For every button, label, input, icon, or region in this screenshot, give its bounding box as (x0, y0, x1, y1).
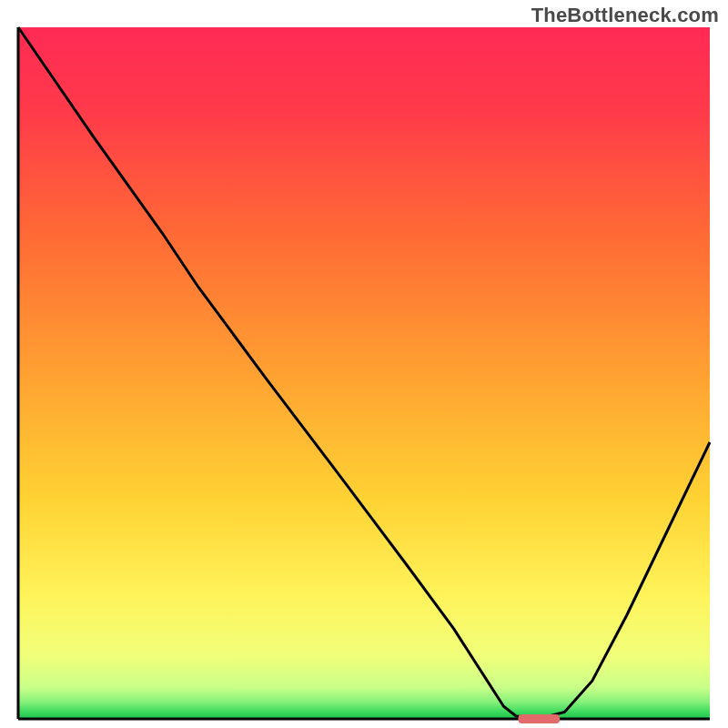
bottleneck-chart: TheBottleneck.com (0, 0, 728, 728)
chart-svg (0, 0, 728, 728)
watermark-text: TheBottleneck.com (531, 4, 719, 27)
plot-background (18, 27, 710, 719)
min-marker (518, 714, 560, 723)
